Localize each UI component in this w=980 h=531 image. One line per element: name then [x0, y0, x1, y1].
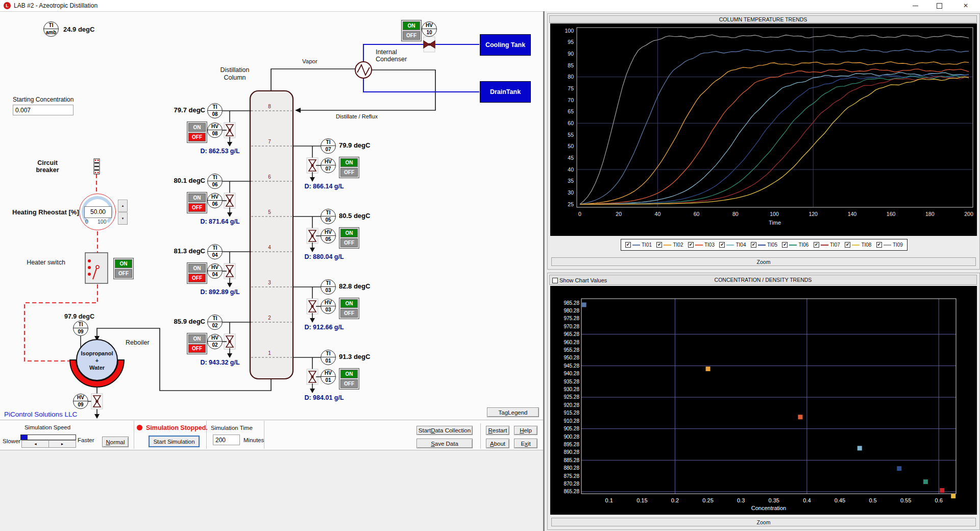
y-tick-label: 975.28 [564, 316, 579, 321]
speed-increase-button[interactable]: ► [48, 440, 76, 448]
hv-09-valve-pad [91, 394, 103, 409]
x-tick-label: 0.15 [636, 497, 647, 503]
hv-01-valve-icon[interactable] [309, 371, 316, 382]
hv-08-on-button[interactable]: ON [188, 123, 206, 132]
condenser-coil-icon [357, 65, 370, 75]
hv-10-off-button[interactable]: OFF [403, 31, 420, 40]
about-button[interactable]: About [486, 439, 509, 448]
minimize-button[interactable] [903, 0, 927, 11]
hv-06-valve-icon[interactable] [226, 195, 233, 206]
scatter-point-TI01 [582, 302, 586, 307]
rheostat-up-button[interactable]: ▲ [118, 200, 128, 212]
heater-on-button[interactable]: ON [115, 259, 132, 268]
hv-06-off-button[interactable]: OFF [188, 203, 206, 212]
legend-TI08-checkbox[interactable]: ✔ [845, 242, 850, 248]
hv-07-on-button[interactable]: ON [340, 158, 358, 167]
hv-09-valve-icon[interactable] [93, 396, 101, 407]
hv-03-valve-icon[interactable] [309, 301, 316, 312]
speed-slider-track[interactable] [20, 435, 76, 440]
hv-01-off-button[interactable]: OFF [340, 379, 358, 388]
exit-button[interactable]: Exit [514, 439, 537, 448]
hv-10-on-button[interactable]: ON [403, 21, 420, 30]
ti-04-number: 04 [208, 252, 222, 258]
legend-item-TI01: ✔TI01 [625, 242, 652, 248]
hv-06-switch: ONOFF [187, 192, 207, 213]
circuit-breaker-label: Circuit breaker [28, 159, 67, 174]
ti-amb: TIamb [43, 21, 59, 37]
rheostat-value[interactable]: 50.00 [84, 206, 112, 218]
ti-06-density-value: D: 871.64 g/L [187, 218, 253, 225]
ti-07: TI07 [321, 138, 336, 154]
ti-amb-number: amb [44, 29, 58, 36]
tag-legend-button[interactable]: Tag Legend [487, 407, 539, 417]
reboiler-temp-value: 97.9 degC [54, 313, 94, 320]
hv-10-valve-icon[interactable] [424, 41, 435, 48]
hv-08-valve-icon[interactable] [226, 125, 233, 136]
hv-04-off-button[interactable]: OFF [188, 274, 206, 282]
hv-04-valve-icon[interactable] [226, 266, 233, 277]
legend-TI09-checkbox[interactable]: ✔ [876, 242, 882, 248]
hv-07-type: HV [321, 158, 335, 165]
normal-button[interactable]: Normal [102, 437, 129, 447]
maximize-button[interactable] [927, 0, 951, 11]
hv-02-valve-icon[interactable] [226, 336, 233, 347]
heater-off-button[interactable]: OFF [115, 269, 132, 278]
x-tick-label: 0.5 [869, 497, 876, 503]
hv-06-number: 06 [208, 201, 222, 207]
rheostat-down-button[interactable]: ▼ [118, 212, 128, 225]
start-data-collection-button[interactable]: Start Data Collection [416, 426, 473, 435]
ti-04-temp-value: 81.3 degC [167, 247, 205, 255]
hv-07-number: 07 [321, 165, 335, 172]
hv-02-outlet-arrow-icon [227, 353, 232, 358]
legend-TI03-checkbox[interactable]: ✔ [688, 242, 694, 248]
tray-2-number: 2 [265, 315, 274, 321]
legend-TI02-checkbox[interactable]: ✔ [656, 242, 662, 248]
hv-04-switch: ONOFF [187, 262, 207, 284]
top-zoom-button[interactable]: Zoom [551, 257, 976, 266]
hv-04-on-button[interactable]: ON [188, 264, 206, 273]
save-data-button[interactable]: Save Data [416, 439, 473, 448]
bottom-zoom-button[interactable]: Zoom [551, 518, 976, 526]
restart-button[interactable]: Restart [486, 426, 509, 435]
hv-05-valve-pad [307, 228, 318, 244]
simulation-time-input[interactable] [213, 435, 240, 445]
legend-TI05-color-dash-icon [758, 245, 766, 246]
faster-label: Faster [78, 437, 94, 443]
hv-06-on-button[interactable]: ON [188, 194, 206, 202]
hv-02-off-button[interactable]: OFF [188, 344, 206, 353]
legend-TI01-checkbox[interactable]: ✔ [625, 242, 631, 248]
hv-05-on-button[interactable]: ON [340, 229, 358, 237]
scatter-point-TI05 [897, 466, 901, 471]
reboiler-content-line1: Isopropanol [77, 350, 117, 356]
speed-decrease-button[interactable]: ◄ [21, 440, 50, 448]
right-arrow-icon: ► [61, 442, 64, 446]
hv-05-valve-icon[interactable] [309, 230, 316, 242]
legend-TI07-label: TI07 [830, 242, 840, 248]
start-simulation-button[interactable]: Start Simulation [149, 436, 200, 447]
hv-01-on-button[interactable]: ON [340, 370, 358, 378]
hv-03-off-button[interactable]: OFF [340, 309, 358, 318]
hv-08-off-button[interactable]: OFF [188, 133, 206, 141]
legend-TI04-checkbox[interactable]: ✔ [719, 242, 725, 248]
legend-TI06-checkbox[interactable]: ✔ [782, 242, 788, 248]
legend-TI05-checkbox[interactable]: ✔ [751, 242, 756, 248]
circuit-breaker-icon[interactable] [94, 159, 100, 174]
hv-07-off-button[interactable]: OFF [340, 168, 358, 177]
heater-switch-box[interactable] [85, 253, 108, 283]
hv-04-outlet-arrow-icon [227, 283, 232, 287]
help-button[interactable]: Help [514, 426, 537, 435]
show-chart-values-checkbox[interactable] [552, 278, 558, 283]
close-button[interactable]: ✕ [951, 0, 980, 11]
legend-TI07-checkbox[interactable]: ✔ [814, 242, 819, 248]
ti-07-density-value: D: 866.14 g/L [291, 183, 357, 190]
x-tick-label: 0.55 [900, 497, 911, 503]
hv-05-off-button[interactable]: OFF [340, 238, 358, 247]
show-chart-values-control[interactable]: Show Chart Values [552, 276, 607, 284]
hv-03-on-button[interactable]: ON [340, 299, 358, 308]
hv-02-on-button[interactable]: ON [188, 334, 206, 343]
x-tick-label: 0 [578, 211, 581, 217]
starting-concentration-input[interactable] [13, 105, 74, 115]
hv-02-type: HV [208, 334, 222, 342]
heater-switch-label: Heater switch [27, 259, 65, 266]
hv-07-valve-icon[interactable] [309, 160, 316, 171]
